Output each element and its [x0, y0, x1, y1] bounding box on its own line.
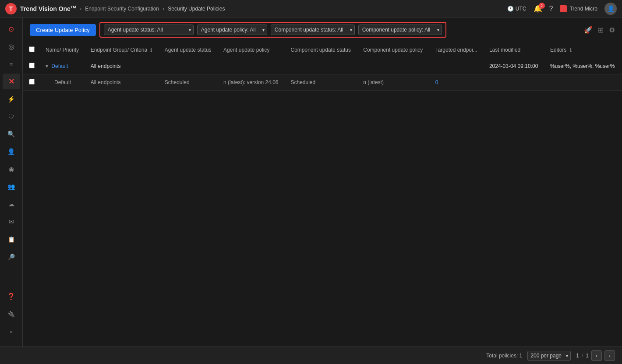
- endpoint-group-info-icon[interactable]: ℹ: [150, 47, 152, 53]
- component-update-policy-select[interactable]: Component update policy: All: [358, 25, 442, 35]
- header-checkbox-cell: [23, 42, 40, 58]
- row-editors: [545, 74, 622, 91]
- per-page-select[interactable]: 50 per page 100 per page 200 per page: [527, 351, 571, 360]
- component-update-status-wrapper: Component update status: All: [271, 25, 355, 35]
- sidebar-item-users[interactable]: 👥: [3, 179, 20, 194]
- policy-table: Name/ Priority Endpoint Group/ Criteria …: [23, 42, 622, 91]
- sidebar-item-cloud[interactable]: ☁: [3, 196, 20, 212]
- row-last-modified: 2024-03-04 09:10:00: [484, 58, 545, 74]
- toolbar: Create Update Policy Agent update status…: [23, 18, 622, 42]
- utc-button[interactable]: 🕐 UTC: [507, 6, 527, 12]
- filter-box: Agent update status: All Agent update st…: [99, 22, 446, 38]
- row-editors: %user%, %user%, %user%: [545, 58, 622, 74]
- prev-page-button[interactable]: ‹: [591, 350, 602, 361]
- row-agent-update-policy: [218, 58, 285, 74]
- notification-badge: 2: [539, 3, 545, 9]
- col-component-update-status: Component update status: [286, 42, 358, 58]
- row-targeted-endpoints: 0: [430, 74, 484, 91]
- row-last-modified: [484, 74, 545, 91]
- sidebar-item-email[interactable]: ✉: [3, 214, 20, 230]
- sidebar-expand[interactable]: »: [3, 324, 20, 339]
- utc-label: UTC: [516, 6, 527, 12]
- sidebar-item-audit[interactable]: 🔎: [3, 249, 20, 265]
- row-targeted-endpoints: [430, 58, 484, 74]
- app-logo-area: T Trend Vision OneTM: [5, 3, 76, 14]
- row-name-cell: Default: [40, 74, 85, 91]
- policy-name: Default: [54, 79, 71, 85]
- breadcrumb-current: Security Update Policies: [168, 6, 225, 12]
- row-component-update-policy: [358, 58, 430, 74]
- sidebar: ⊙ ◎ ≡ ✕ ⚡ 🛡 🔍 👤 ◉ 👥 ☁ ✉ 📋 🔎 ❓ 🔌 »: [0, 18, 23, 346]
- page-separator: /: [582, 353, 583, 359]
- table-header: Name/ Priority Endpoint Group/ Criteria …: [23, 42, 622, 58]
- rocket-icon-button[interactable]: 🚀: [584, 26, 593, 34]
- brand-name: Trend Micro: [569, 6, 597, 12]
- sidebar-item-xdr[interactable]: ✕: [3, 74, 20, 89]
- settings-button[interactable]: ⚙: [609, 26, 615, 34]
- row-agent-update-status: [159, 58, 218, 74]
- sidebar-item-extensions[interactable]: 🔌: [3, 306, 20, 322]
- main-layout: ⊙ ◎ ≡ ✕ ⚡ 🛡 🔍 👤 ◉ 👥 ☁ ✉ 📋 🔎 ❓ 🔌 » Create…: [0, 18, 622, 346]
- header-right-area: 🕐 UTC 🔔 2 ? Trend Micro 👤: [507, 3, 617, 15]
- pagination: 1 / 1 ‹ ›: [576, 350, 615, 361]
- table-body: ▾ Default All endpoints 2024-03-04 09:10…: [23, 58, 622, 91]
- row-endpoint-group: All endpoints: [85, 74, 159, 91]
- col-targeted-endpoints: Targeted endpoi...: [430, 42, 484, 58]
- sidebar-item-identity[interactable]: 👤: [3, 144, 20, 159]
- row-agent-update-status: Scheduled: [159, 74, 218, 91]
- create-update-policy-button[interactable]: Create Update Policy: [30, 24, 96, 36]
- brand-icon: [560, 5, 567, 12]
- agent-update-policy-select[interactable]: Agent update policy: All: [197, 25, 267, 35]
- col-last-modified: Last modified: [484, 42, 545, 58]
- breadcrumb-parent[interactable]: Endpoint Security Configuration: [85, 6, 159, 12]
- breadcrumb-sep1: ›: [80, 5, 81, 12]
- table-row: Default All endpoints Scheduled n (lates…: [23, 74, 622, 91]
- app-title: Trend Vision OneTM: [20, 5, 76, 12]
- help-button[interactable]: ?: [549, 5, 553, 13]
- sidebar-item-home[interactable]: ⊙: [3, 21, 20, 37]
- sidebar-item-network[interactable]: ◉: [3, 161, 20, 177]
- current-page: 1: [576, 353, 579, 359]
- col-endpoint-group: Endpoint Group/ Criteria ℹ: [85, 42, 159, 58]
- sidebar-item-inventory[interactable]: 📋: [3, 231, 20, 247]
- row-agent-update-policy: n (latest): version 24.06: [218, 74, 285, 91]
- row-endpoint-group: All endpoints: [85, 58, 159, 74]
- content-area: Create Update Policy Agent update status…: [23, 18, 622, 346]
- notification-button[interactable]: 🔔 2: [534, 4, 542, 13]
- next-page-button[interactable]: ›: [604, 350, 615, 361]
- component-update-status-select[interactable]: Component update status: All: [271, 25, 355, 35]
- row-checkbox-cell: [23, 74, 40, 91]
- policy-table-container: Name/ Priority Endpoint Group/ Criteria …: [23, 42, 622, 346]
- breadcrumb-sep2: ›: [163, 5, 164, 12]
- sidebar-item-search[interactable]: 🔍: [3, 126, 20, 142]
- row-component-update-policy: n (latest): [358, 74, 430, 91]
- agent-update-status-wrapper: Agent update status: All Agent update st…: [104, 25, 194, 35]
- component-update-policy-wrapper: Component update policy: All: [358, 25, 442, 35]
- agent-update-policy-wrapper: Agent update policy: All: [197, 25, 267, 35]
- targeted-endpoints-count[interactable]: 0: [435, 79, 438, 85]
- grid-view-button[interactable]: ⊞: [598, 26, 604, 34]
- sidebar-item-dashboard[interactable]: ◎: [3, 39, 20, 54]
- col-editors: Editors ℹ: [545, 42, 622, 58]
- row-checkbox[interactable]: [29, 63, 35, 68]
- brand-area: Trend Micro: [560, 5, 597, 12]
- row-name-cell: ▾ Default: [40, 58, 85, 74]
- sidebar-item-help[interactable]: ❓: [3, 289, 20, 304]
- user-avatar[interactable]: 👤: [604, 3, 617, 15]
- agent-update-status-select[interactable]: Agent update status: All Agent update st…: [104, 25, 194, 35]
- col-agent-update-status: Agent update status: [159, 42, 218, 58]
- toolbar-right-icons: 🚀 ⊞ ⚙: [584, 26, 615, 34]
- sidebar-item-reports[interactable]: ≡: [3, 56, 20, 72]
- editors-info-icon[interactable]: ℹ: [570, 47, 572, 53]
- sidebar-item-alerts[interactable]: ⚡: [3, 91, 20, 107]
- policy-name-link[interactable]: Default: [51, 63, 68, 69]
- col-agent-update-policy: Agent update policy: [218, 42, 285, 58]
- col-component-update-policy: Component update policy: [358, 42, 430, 58]
- select-all-checkbox[interactable]: [29, 46, 35, 52]
- row-checkbox[interactable]: [29, 79, 35, 85]
- footer: Total policies: 1 50 per page 100 per pa…: [0, 346, 622, 364]
- col-name-priority: Name/ Priority: [40, 42, 85, 58]
- logo-icon: T: [5, 3, 17, 14]
- sidebar-item-protection[interactable]: 🛡: [3, 109, 20, 124]
- expand-button[interactable]: ▾: [46, 63, 48, 69]
